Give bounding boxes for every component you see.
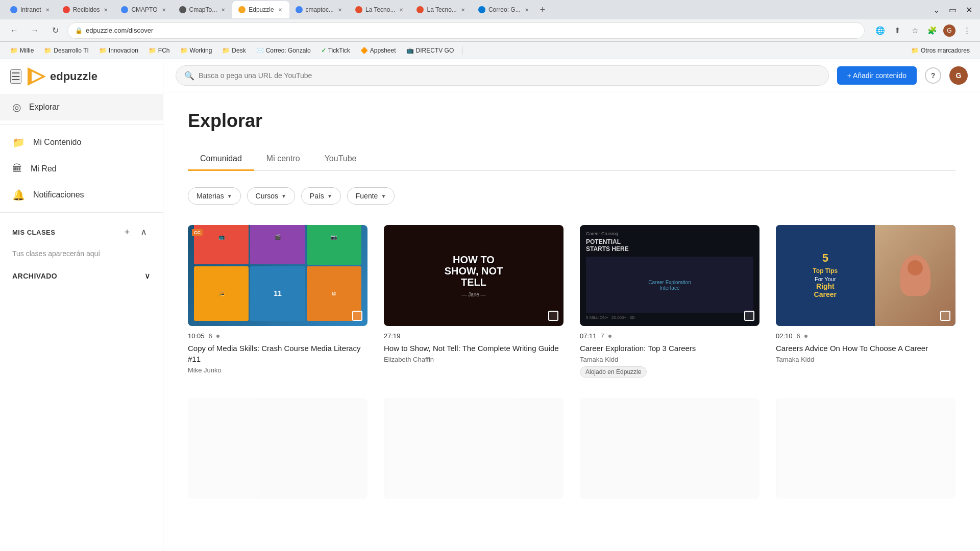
- tab-edpuzzle[interactable]: Edpuzzle ✕: [232, 1, 289, 18]
- bookmark-working[interactable]: 📁 Working: [176, 45, 216, 56]
- video-checkbox-2[interactable]: [548, 311, 558, 321]
- forward-button[interactable]: →: [27, 22, 43, 39]
- translate-icon[interactable]: 🌐: [873, 23, 887, 38]
- sidebar-item-mi-contenido[interactable]: 📁 Mi Contenido: [0, 129, 163, 156]
- filter-fuente[interactable]: Fuente ▼: [347, 187, 395, 205]
- video-meta-4: 02:10 6: [776, 332, 955, 340]
- minimize-window-button[interactable]: ⌄: [929, 3, 943, 17]
- bookmark-millie[interactable]: 📁 Millie: [6, 45, 38, 56]
- filter-label: Cursos: [256, 192, 278, 200]
- sidebar-item-notificaciones[interactable]: 🔔 Notificaciones: [0, 182, 163, 208]
- logo-text: edpuzzle: [50, 70, 97, 83]
- bookmark-appsheet[interactable]: 🔶 Appsheet: [356, 45, 400, 56]
- bookmark-others[interactable]: 📁 Otros marcadores: [907, 45, 974, 56]
- add-class-button[interactable]: +: [120, 225, 134, 239]
- network-icon: 🏛: [12, 163, 22, 174]
- tab-close-icon[interactable]: ✕: [220, 6, 226, 14]
- search-icon: 🔍: [184, 71, 194, 81]
- user-avatar[interactable]: G: [949, 66, 968, 85]
- tab-cmaptool[interactable]: CmapTo... ✕: [173, 1, 233, 18]
- sidebar-item-label: Mi Red: [31, 164, 57, 173]
- tab-latecno2[interactable]: La Tecno... ✕: [410, 1, 472, 18]
- video-author-1: Mike Junko: [188, 366, 368, 374]
- bookmark-ticktick[interactable]: ✓ TickTick: [317, 45, 354, 56]
- video-title-4: Careers Advice On How To Choose A Career: [776, 343, 955, 354]
- back-button[interactable]: ←: [6, 22, 22, 39]
- sidebar-item-explorar[interactable]: ◎ Explorar: [0, 94, 163, 120]
- expand-archive-icon[interactable]: ∨: [144, 271, 151, 281]
- archivado-label: ARCHIVADO: [12, 272, 57, 280]
- video-checkbox-3[interactable]: [744, 311, 754, 321]
- sidebar-nav-secondary: 📁 Mi Contenido 🏛 Mi Red 🔔 Notificaciones: [0, 129, 163, 208]
- restore-window-button[interactable]: ▭: [945, 3, 960, 17]
- url-bar[interactable]: 🔒 edpuzzle.com/discover: [67, 22, 865, 39]
- search-bar[interactable]: 🔍: [176, 65, 829, 86]
- tab-close-icon[interactable]: ✕: [44, 6, 51, 14]
- page-title: Explorar: [188, 110, 955, 132]
- hamburger-menu-button[interactable]: ☰: [10, 69, 21, 84]
- video-card-2[interactable]: HOW TOSHOW, NOTTELL — Jane — 27:19 How t…: [384, 225, 564, 378]
- tab-intranet[interactable]: Intranet ✕: [4, 1, 57, 18]
- tab-close-icon[interactable]: ✕: [337, 6, 343, 14]
- tab-close-icon[interactable]: ✕: [524, 6, 530, 14]
- collapse-classes-button[interactable]: ∧: [136, 225, 151, 239]
- bookmark-label: Millie: [20, 47, 34, 54]
- logo[interactable]: edpuzzle: [28, 67, 97, 86]
- close-window-button[interactable]: ✕: [962, 3, 976, 17]
- tab-close-icon[interactable]: ✕: [460, 6, 466, 14]
- add-content-button[interactable]: + Añadir contenido: [837, 66, 917, 85]
- tab-correo[interactable]: Correo: G... ✕: [472, 1, 536, 18]
- new-tab-button[interactable]: +: [536, 5, 550, 15]
- video-checkbox-4[interactable]: [940, 311, 950, 321]
- video-card-3[interactable]: Career Cruising POTENTIALSTARTS HERE Car…: [580, 225, 760, 378]
- profile-icon[interactable]: G: [942, 23, 957, 38]
- tab-latecno1[interactable]: La Tecno... ✕: [349, 1, 411, 18]
- share-icon[interactable]: ⬆: [890, 23, 904, 38]
- folder-icon: 📁: [911, 47, 919, 54]
- tab-label: Intranet: [20, 6, 41, 13]
- tab-close-icon[interactable]: ✕: [161, 6, 167, 14]
- archivado-section[interactable]: ARCHIVADO ∨: [0, 264, 163, 288]
- bookmark-innovacion[interactable]: 📁 Innovacion: [95, 45, 142, 56]
- tab-comunidad[interactable]: Comunidad: [188, 148, 254, 171]
- tab-google[interactable]: CMAPTO ✕: [115, 1, 173, 18]
- tab-close-icon[interactable]: ✕: [277, 6, 283, 14]
- mis-clases-empty: Tus clases aparecerán aquí: [0, 243, 163, 264]
- tab-cmaptoc[interactable]: cmaptoc... ✕: [289, 1, 349, 18]
- bookmark-desarrollo[interactable]: 📁 Desarrollo TI: [40, 45, 92, 56]
- sidebar: ☰ edpuzzle ◎ Explorar 📁 Mi Contenido: [0, 59, 163, 551]
- bookmark-correo[interactable]: ✉️ Correo: Gonzalo: [252, 45, 315, 56]
- extension-icon[interactable]: 🧩: [925, 23, 939, 38]
- video-thumbnail-2: HOW TOSHOW, NOTTELL — Jane —: [384, 225, 564, 326]
- tab-close-icon[interactable]: ✕: [398, 6, 404, 14]
- video-card-4[interactable]: 5Top Tips For YourRightCareer: [776, 225, 955, 378]
- filter-label: País: [310, 192, 324, 200]
- reload-button[interactable]: ↻: [47, 22, 63, 39]
- tab-close-icon[interactable]: ✕: [103, 6, 109, 14]
- video-thumbnail-1: 📺 🎬 📷 📻 11 🖥 MEDIASKILLS CC: [188, 225, 368, 326]
- tab-label: CmapTo...: [189, 6, 217, 13]
- help-button[interactable]: ?: [925, 67, 941, 84]
- folder-icon: 📁: [180, 47, 188, 54]
- lock-icon: 🔒: [75, 27, 83, 34]
- bookmark-fch[interactable]: 📁 FCh: [144, 45, 174, 56]
- bookmark-directv[interactable]: 📺 DIRECTV GO: [402, 45, 458, 56]
- bookmark-icon[interactable]: ☆: [908, 23, 922, 38]
- filter-materias[interactable]: Materias ▼: [188, 187, 241, 205]
- tab-youtube[interactable]: YouTube: [312, 148, 369, 171]
- filter-cursos[interactable]: Cursos ▼: [247, 187, 295, 205]
- edpuzzle-logo-icon: [28, 67, 46, 86]
- bookmark-desk[interactable]: 📁 Desk: [218, 45, 250, 56]
- tab-gmail[interactable]: Recibidos ✕: [57, 1, 115, 18]
- bookmark-separator: [462, 46, 462, 55]
- menu-icon[interactable]: ⋮: [960, 23, 974, 38]
- bookmark-label: Correo: Gonzalo: [266, 47, 311, 54]
- tab-mi-centro[interactable]: Mi centro: [254, 148, 312, 171]
- filter-pais[interactable]: País ▼: [301, 187, 341, 205]
- video-checkbox-1[interactable]: [352, 311, 362, 321]
- video-author-3: Tamaka Kidd: [580, 356, 760, 363]
- bookmark-label: Desk: [232, 47, 246, 54]
- sidebar-item-mi-red[interactable]: 🏛 Mi Red: [0, 156, 163, 182]
- video-card-1[interactable]: 📺 🎬 📷 📻 11 🖥 MEDIASKILLS CC: [188, 225, 368, 378]
- search-input[interactable]: [199, 71, 820, 80]
